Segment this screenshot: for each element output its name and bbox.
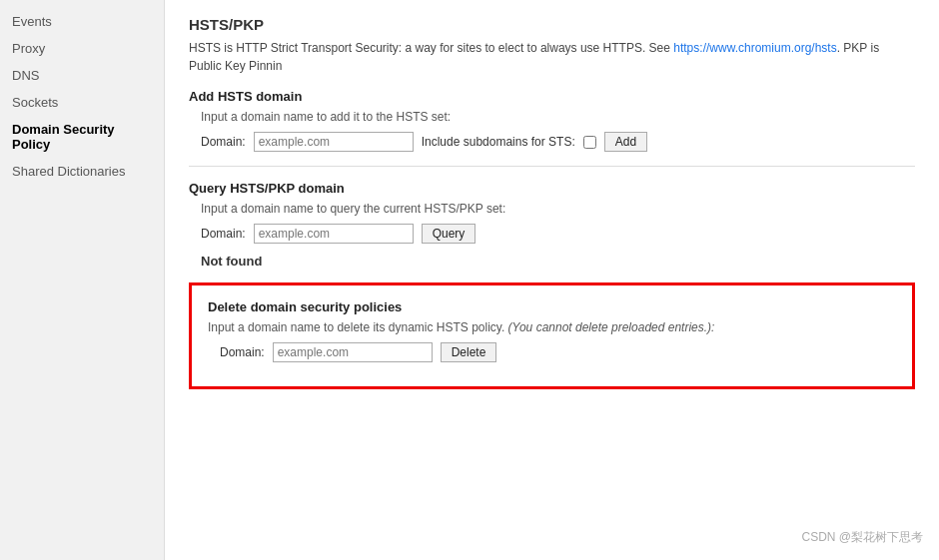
query-domain-input[interactable]: [254, 224, 414, 244]
query-button[interactable]: Query: [422, 224, 476, 244]
hsts-link[interactable]: https://www.chromium.org/hsts: [673, 41, 836, 55]
sidebar-item-events[interactable]: Events: [0, 8, 164, 35]
hsts-description: HSTS is HTTP Strict Transport Security: …: [189, 39, 915, 75]
sidebar: Events Proxy DNS Sockets Domain Security…: [0, 0, 165, 560]
hsts-title: HSTS/PKP: [189, 16, 915, 33]
sidebar-item-sockets[interactable]: Sockets: [0, 89, 164, 116]
query-result: Not found: [189, 254, 915, 269]
sidebar-item-domain-security-policy[interactable]: Domain Security Policy: [0, 116, 164, 158]
add-domain-label: Domain:: [201, 135, 246, 149]
delete-instruction: Input a domain name to delete its dynami…: [208, 320, 896, 334]
delete-section-title: Delete domain security policies: [208, 299, 896, 314]
delete-button[interactable]: Delete: [441, 342, 497, 362]
delete-instruction-text: Input a domain name to delete its dynami…: [208, 320, 504, 334]
add-hsts-instruction: Input a domain name to add it to the HST…: [189, 110, 915, 124]
query-hsts-row: Domain: Query: [189, 224, 915, 244]
divider-1: [189, 166, 915, 167]
query-hsts-title: Query HSTS/PKP domain: [189, 181, 915, 196]
delete-domain-row: Domain: Delete: [208, 342, 896, 362]
hsts-desc-text1: HSTS is HTTP Strict Transport Security: …: [189, 41, 673, 55]
delete-section: Delete domain security policies Input a …: [189, 282, 915, 389]
include-subdomains-checkbox[interactable]: [583, 136, 596, 149]
main-content: HSTS/PKP HSTS is HTTP Strict Transport S…: [165, 0, 939, 560]
include-subdomains-label: Include subdomains for STS:: [422, 135, 575, 149]
watermark: CSDN @梨花树下思考: [801, 529, 923, 546]
add-domain-input[interactable]: [254, 132, 414, 152]
add-button[interactable]: Add: [604, 132, 647, 152]
delete-domain-input[interactable]: [273, 342, 433, 362]
sidebar-item-proxy[interactable]: Proxy: [0, 35, 164, 62]
sidebar-item-shared-dictionaries[interactable]: Shared Dictionaries: [0, 158, 164, 185]
delete-instruction-italic: (You cannot delete preloaded entries.):: [508, 320, 715, 334]
query-hsts-instruction: Input a domain name to query the current…: [189, 202, 915, 216]
sidebar-item-dns[interactable]: DNS: [0, 62, 164, 89]
query-domain-label: Domain:: [201, 227, 246, 241]
add-hsts-row: Domain: Include subdomains for STS: Add: [189, 132, 915, 152]
delete-domain-label: Domain:: [220, 345, 265, 359]
add-hsts-title: Add HSTS domain: [189, 89, 915, 104]
